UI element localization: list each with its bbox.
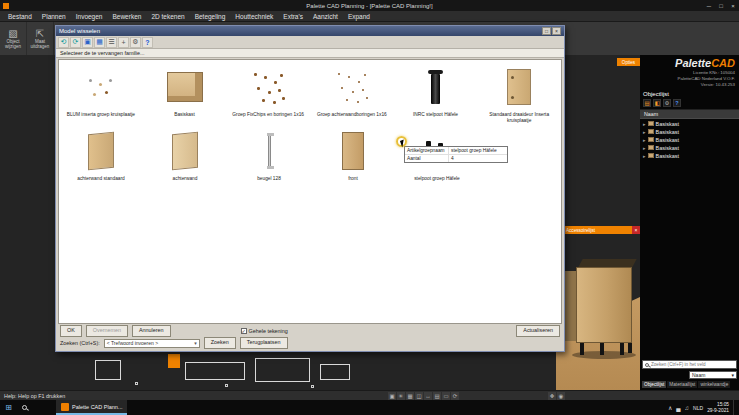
opties-panel-tab[interactable]: Opties (617, 58, 640, 66)
chevron-right-icon[interactable]: ▸ (643, 145, 646, 151)
dialog-close-icon[interactable]: × (552, 27, 561, 35)
sun-icon[interactable]: ☀ (397, 392, 405, 400)
menu-bewerken[interactable]: Bewerken (107, 11, 146, 22)
dialog-maximize-icon[interactable]: □ (542, 27, 551, 35)
sort-dropdown[interactable]: Naam ▾ (689, 371, 737, 379)
menu-invoegen[interactable]: Invoegen (71, 11, 108, 22)
maat-uitdragen-button[interactable]: ⇱ Maat uitdragen (27, 22, 54, 55)
menu-2d-tekenen[interactable]: 2D tekenen (146, 11, 189, 22)
model-thumbnail (329, 64, 375, 110)
zoom-icon[interactable]: ◉ (557, 392, 565, 400)
model-item-stelpoot-inrc[interactable]: INRC stelpoot Häfele (394, 64, 478, 124)
maximize-icon[interactable]: □ (715, 0, 727, 11)
rotate-left-icon[interactable]: ⟲ (58, 37, 69, 48)
menu-houttechniek[interactable]: Houttechniek (230, 11, 278, 22)
volume-icon[interactable]: ♫ (685, 405, 690, 411)
list-view-icon[interactable]: ▤ (643, 99, 651, 107)
tree-row-label: Basiskast (656, 129, 680, 135)
layers-icon[interactable]: ▤ (433, 392, 441, 400)
menu-aanzicht[interactable]: Aanzicht (308, 11, 343, 22)
sidebar-search-box[interactable] (642, 360, 737, 369)
sidebar-search-input[interactable] (651, 362, 734, 367)
settings-icon[interactable]: ⚙ (663, 99, 671, 107)
hidden-icons-chevron[interactable]: ∧ (668, 404, 672, 411)
pan-icon[interactable]: ✥ (548, 392, 556, 400)
object-wijzigen-button[interactable]: ▧ Object wijzigen (0, 22, 27, 55)
zoom-fit-icon[interactable]: ▣ (82, 37, 93, 48)
camera-icon[interactable]: ▣ (388, 392, 396, 400)
menu-extras[interactable]: Extra's (278, 11, 308, 22)
terugplaatsen-button[interactable]: Terugplaatsen (240, 337, 288, 348)
tree-row-basiskast[interactable]: ▸ Basiskast (640, 128, 739, 136)
model-item-blum-inserta[interactable]: BLUM inserta groep kruisplaatje (59, 64, 143, 124)
tab-objectlijst[interactable]: Objectlijst (642, 381, 666, 388)
cube-icon[interactable]: ◫ (415, 392, 423, 400)
model-item-label: achterwand standaard (61, 176, 141, 182)
tab-materiaallijst[interactable]: Materiaallijst (667, 381, 697, 388)
model-item-fixchips[interactable]: Groep FixChips en boringen 1x16 (226, 64, 310, 124)
view-list-icon[interactable]: ☰ (106, 37, 117, 48)
language-indicator[interactable]: NLD (693, 405, 703, 411)
tab-winkelwandje[interactable]: winkelwandje (698, 381, 730, 388)
taskbar-search-button[interactable] (17, 400, 32, 415)
tag-icon[interactable]: ◧ (653, 99, 661, 107)
accessoirelijst-panel-header[interactable]: Accessoirelijst × (564, 226, 640, 234)
ok-button[interactable]: OK (60, 325, 82, 336)
3d-scene[interactable] (556, 235, 640, 390)
settings-icon[interactable]: ⚙ (130, 37, 141, 48)
screen-icon[interactable]: ▭ (442, 392, 450, 400)
checkbox-icon[interactable]: ✓ (241, 328, 247, 334)
zoeken-button[interactable]: Zoeken (204, 337, 236, 348)
accessoirelijst-close-icon[interactable]: × (632, 226, 640, 234)
view-icons-icon[interactable]: ▦ (94, 37, 105, 48)
menu-plannen[interactable]: Plannen (37, 11, 71, 22)
help-icon[interactable]: ? (142, 37, 153, 48)
tree-row-basiskast[interactable]: ▸ Basiskast (640, 144, 739, 152)
objectlijst-column-header[interactable]: Naam (640, 109, 739, 119)
add-icon[interactable]: + (118, 37, 129, 48)
tooltip-row: Artikelgroepnaam stelpoot groep Häfele (405, 147, 507, 155)
model-item-draaideur[interactable]: Standaard draaideur Inserta kruisplaatje (477, 64, 561, 124)
gehele-tekening-checkbox[interactable]: ✓ Gehele tekening (241, 328, 288, 334)
menu-expand[interactable]: Expand (343, 11, 375, 22)
dialog-title-bar[interactable]: Model wisselen □ × (56, 26, 564, 36)
annuleren-button[interactable]: Annuleren (132, 325, 171, 336)
ruler-icon[interactable]: ↔ (424, 392, 432, 400)
network-icon[interactable]: ▄ (676, 405, 680, 411)
tree-row-label: Basiskast (656, 153, 680, 159)
overnemen-button[interactable]: Overnemen (86, 325, 128, 336)
tooltip-row: Aantal 4 (405, 155, 507, 162)
rotate-right-icon[interactable]: ⟳ (70, 37, 81, 48)
show-desktop-button[interactable] (733, 400, 736, 415)
start-button[interactable]: ⊞ (0, 400, 17, 415)
chevron-right-icon[interactable]: ▸ (643, 129, 646, 135)
refresh-icon[interactable]: ⟳ (451, 392, 459, 400)
model-item-basiskast[interactable]: Basiskast (143, 64, 227, 124)
menu-bestand[interactable]: Bestand (3, 11, 37, 22)
chevron-down-icon: ▾ (731, 372, 734, 378)
close-icon[interactable]: × (727, 0, 739, 11)
actualiseren-button[interactable]: Actualiseren (516, 325, 560, 336)
tree-row-basiskast[interactable]: ▸ Basiskast (640, 120, 739, 128)
dialog-toolbar: ⟲ ⟳ ▣ ▦ ☰ + ⚙ ? (56, 36, 564, 49)
chevron-right-icon[interactable]: ▸ (643, 153, 646, 159)
minimize-icon[interactable]: ─ (703, 0, 715, 11)
objectlijst-panel-title: Objectlijst (640, 90, 739, 98)
model-item-achterwand-standaard[interactable]: achterwand standaard (59, 128, 143, 182)
tree-row-basiskast[interactable]: ▸ Basiskast (640, 152, 739, 160)
tree-row-basiskast[interactable]: ▸ Basiskast (640, 136, 739, 144)
trefwoord-dropdown[interactable]: < Trefwoord invoeren > ▾ (104, 339, 200, 348)
menu-betegeling[interactable]: Betegeling (190, 11, 231, 22)
model-item-front[interactable]: front (311, 128, 395, 182)
taskbar-app-palettecad[interactable]: Palette CAD Plann... (56, 400, 127, 415)
model-item-beugel[interactable]: beugel 128 (227, 128, 311, 182)
model-item-achterwand[interactable]: achterwand (143, 128, 227, 182)
grid-icon[interactable]: ▦ (406, 392, 414, 400)
help-icon[interactable]: ? (673, 99, 681, 107)
chevron-right-icon[interactable]: ▸ (643, 137, 646, 143)
plan-view-linework (75, 351, 365, 388)
right-sidebar: PaletteCAD Licentie KNr.: 105004 Palette… (640, 55, 739, 390)
taskbar-clock[interactable]: 15:05 29-9-2021 (707, 402, 729, 414)
chevron-right-icon[interactable]: ▸ (643, 121, 646, 127)
model-item-achterwandboringen[interactable]: Groep achterwandboringen 1x16 (310, 64, 394, 124)
